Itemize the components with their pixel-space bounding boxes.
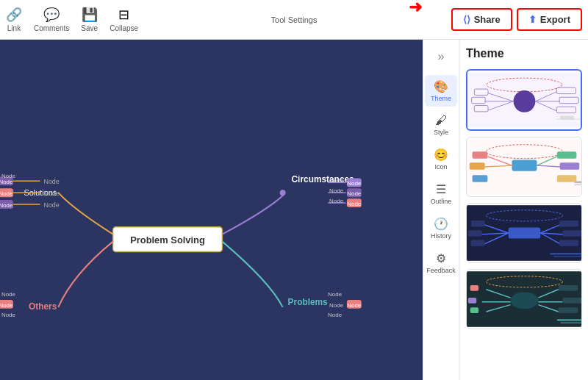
svg-rect-52 [560,115,574,120]
link-icon: 🔗 [6,7,22,23]
share-icon: ⟨⟩ [463,14,470,25]
svg-point-87 [511,293,539,309]
svg-text:Node: Node [1,173,16,179]
svg-text:Node: Node [329,177,344,184]
sidebar-item-outline[interactable]: ☰ Outline [425,178,457,209]
link-label: Link [7,24,21,32]
svg-text:Node: Node [0,179,13,185]
feedback-label: Feedback [426,267,456,274]
svg-text:Others: Others [29,301,57,312]
svg-rect-60 [473,151,488,158]
theme-card-dark-teal[interactable] [466,269,582,329]
svg-rect-77 [471,221,485,227]
svg-text:Problems: Problems [288,297,329,307]
svg-text:Node: Node [347,302,362,309]
theme-panel-title: Theme [466,47,582,60]
svg-text:Problem Solving: Problem Solving [130,234,205,245]
sidebar-item-style[interactable]: 🖌 Style [425,110,457,140]
svg-rect-82 [559,240,578,246]
svg-rect-94 [470,285,478,291]
svg-text:Node: Node [0,190,13,197]
svg-text:Node: Node [43,178,59,185]
history-label: History [431,232,451,240]
theme-panel: Theme [459,40,588,380]
collapse-sidebar-button[interactable]: » [435,47,448,66]
svg-text:Node: Node [328,312,343,318]
theme-icon: 🎨 [434,79,448,93]
svg-text:Node: Node [329,302,344,309]
svg-rect-99 [559,307,578,313]
svg-rect-70 [509,227,540,238]
svg-rect-55 [512,160,537,171]
collapse-label: Collapse [110,24,138,32]
sidebar-icons: » 🎨 Theme 🖌 Style 😊 Icon ☰ Outline 🕐 His… [423,40,459,380]
feedback-icon: ⚙ [436,251,446,265]
svg-text:Node: Node [43,190,59,197]
svg-text:Node: Node [329,187,344,194]
svg-text:Node: Node [347,180,362,187]
mindmap-svg: Problem Solving Solutions Node Node Node… [0,40,423,380]
toolbar-right: ➜ ⟨⟩ Share ⬆ Export [451,8,582,31]
share-button[interactable]: ⟨⟩ Share [451,8,512,31]
save-tool[interactable]: 💾 Save [81,7,98,32]
collapse-icon: ⊟ [118,7,129,23]
theme-card-dark-blue[interactable] [466,203,582,263]
theme-card-colorful[interactable] [466,137,582,197]
svg-text:Node: Node [0,302,13,309]
icon-label: Icon [434,163,447,171]
svg-rect-61 [470,162,485,169]
outline-label: Outline [431,198,452,205]
save-label: Save [81,24,98,32]
style-label: Style [434,129,448,136]
arrow-indicator: ➜ [409,0,422,17]
svg-rect-62 [473,175,488,182]
svg-rect-63 [557,151,576,158]
svg-rect-65 [557,175,576,182]
svg-text:Node: Node [43,201,59,209]
export-icon: ⬆ [528,14,537,25]
svg-rect-64 [560,162,579,169]
canvas[interactable]: Problem Solving Solutions Node Node Node… [0,40,423,380]
comments-icon: 💬 [43,7,60,23]
icon-icon: 😊 [434,148,448,162]
history-icon: 🕐 [434,217,448,231]
theme-label: Theme [431,95,451,102]
svg-text:Node: Node [347,201,362,207]
svg-rect-95 [468,298,476,304]
svg-text:Node: Node [347,190,362,197]
svg-rect-79 [471,240,485,246]
comments-label: Comments [34,24,69,32]
export-button[interactable]: ⬆ Export [517,8,582,31]
svg-text:Node: Node [0,202,13,209]
sidebar-item-icon[interactable]: 😊 Icon [425,143,457,175]
style-icon: 🖌 [435,114,447,127]
comments-tool[interactable]: 💬 Comments [34,7,69,32]
svg-rect-81 [562,230,581,237]
svg-point-14 [280,190,286,196]
share-label: Share [474,14,501,25]
svg-rect-80 [559,221,578,227]
theme-card-default[interactable] [466,69,582,131]
svg-rect-0 [0,41,423,379]
export-label: Export [540,14,570,25]
main-content: Problem Solving Solutions Node Node Node… [0,40,588,380]
toolbar-left: 🔗 Link 💬 Comments 💾 Save ⊟ Collapse [6,7,138,32]
svg-text:Node: Node [328,291,343,298]
sidebar-item-history[interactable]: 🕐 History [425,212,457,244]
collapse-tool[interactable]: ⊟ Collapse [110,7,138,32]
sidebar-item-feedback[interactable]: ⚙ Feedback [425,247,457,279]
svg-text:Node: Node [329,198,344,204]
svg-point-38 [514,90,536,112]
toolbar: 🔗 Link 💬 Comments 💾 Save ⊟ Collapse Tool… [0,0,588,40]
svg-text:Node: Node [1,312,16,318]
svg-text:Node: Node [1,291,16,298]
save-icon: 💾 [82,7,98,23]
link-tool[interactable]: 🔗 Link [6,7,22,32]
svg-text:Circumstances: Circumstances [292,174,355,184]
outline-icon: ☰ [436,182,446,196]
svg-rect-96 [470,307,478,313]
svg-rect-97 [559,285,578,291]
svg-rect-78 [468,230,482,237]
sidebar-item-theme[interactable]: 🎨 Theme [425,75,457,107]
toolbar-title: Tool Settings [271,15,318,24]
